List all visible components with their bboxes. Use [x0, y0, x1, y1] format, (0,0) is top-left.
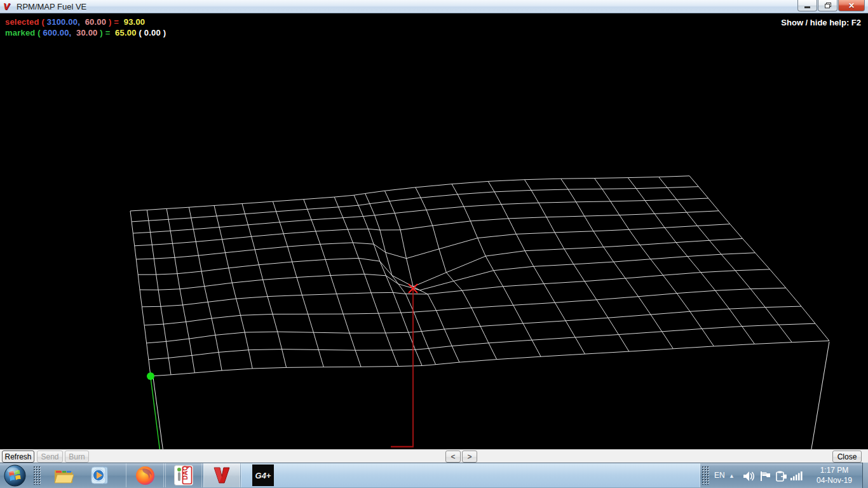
window-title: RPM/MAP Fuel VE — [17, 2, 86, 11]
readout-segment: 93.00 — [119, 17, 145, 27]
mesh-line — [628, 178, 754, 344]
next-table-button[interactable]: > — [462, 451, 477, 463]
taskbar-clock[interactable]: 1:17 PM 04-Nov-19 — [806, 465, 863, 485]
minimize-button[interactable] — [797, 0, 817, 11]
mesh-line — [488, 181, 585, 354]
readout-segment: ( 0.00 ) — [137, 28, 166, 37]
mesh-line — [147, 306, 801, 343]
minimize-icon — [804, 6, 810, 8]
refresh-button[interactable]: Refresh — [2, 451, 34, 463]
network-tray-button[interactable] — [790, 471, 803, 482]
readout-segment: = — [105, 28, 111, 37]
taskbar-item-idaq[interactable]: DAQ — [165, 463, 202, 487]
taskbar-item-media-player[interactable] — [89, 464, 111, 486]
readout-segment: 30.00 — [71, 28, 97, 37]
help-hint: Show / hide help: F2 — [781, 18, 861, 27]
readout-segment: = — [114, 17, 119, 27]
window-titlebar[interactable]: V RPM/MAP Fuel VE ✕ — [0, 0, 868, 13]
mesh-line — [304, 200, 361, 367]
mesh-line — [214, 206, 252, 369]
mesh-line — [561, 179, 674, 349]
mesh-line — [130, 211, 151, 376]
readout-segment: ) — [98, 28, 105, 37]
drop-line — [811, 342, 829, 449]
show-hidden-icons-button[interactable]: ▲ — [729, 473, 735, 479]
drop-line — [151, 377, 160, 449]
mesh-line — [242, 204, 287, 368]
burn-button[interactable]: Burn — [65, 451, 89, 463]
readout-segment: 60.00 — [80, 17, 106, 27]
mesh-line — [689, 176, 829, 341]
taskbar-item-g4-window[interactable]: G4+ — [241, 463, 700, 487]
clock-time: 1:17 PM — [806, 465, 863, 475]
svg-text:G4+: G4+ — [255, 471, 271, 480]
vts-v-icon — [212, 465, 232, 485]
taskbar-item-firefox[interactable] — [126, 463, 164, 487]
folder-icon — [53, 466, 74, 484]
mesh-line — [273, 201, 323, 367]
media-player-icon — [90, 466, 110, 485]
marked-cell-dot[interactable] — [147, 372, 154, 380]
taskbar-grip[interactable] — [33, 466, 41, 485]
mesh-line — [138, 239, 742, 287]
ve-table-3d-view[interactable]: selected ( 3100.00, 60.00 ) = 93.00 mark… — [0, 13, 868, 449]
mesh-line — [166, 208, 194, 372]
mesh-line — [147, 210, 171, 374]
readout-segment: marked — [5, 28, 35, 37]
restore-button[interactable] — [818, 0, 837, 11]
restore-icon — [825, 4, 830, 8]
windows-logo-icon — [4, 464, 26, 487]
signal-bars-icon — [790, 471, 803, 481]
marked-cell-readout: marked ( 600.00, 30.00 ) = 65.00 ( 0.00 … — [5, 28, 166, 37]
selected-cell-readout: selected ( 3100.00, 60.00 ) = 93.00 — [5, 17, 145, 27]
flag-icon — [760, 471, 771, 482]
send-button[interactable]: Send — [37, 451, 63, 463]
readout-segment: ( — [35, 28, 43, 37]
idaq-icon: DAQ — [174, 465, 193, 485]
mesh-line — [140, 253, 755, 290]
mesh-line — [365, 194, 436, 365]
start-button[interactable] — [4, 464, 26, 487]
volume-tray-button[interactable] — [743, 471, 756, 482]
show-desktop-button[interactable] — [862, 463, 868, 488]
prev-table-button[interactable]: < — [445, 451, 461, 463]
close-view-button[interactable]: Close — [832, 451, 862, 463]
mesh-line — [142, 269, 770, 307]
readout-segment: 600.00, — [43, 28, 72, 37]
close-icon: ✕ — [848, 1, 855, 10]
safely-remove-hardware-button[interactable] — [775, 471, 788, 482]
mesh-line — [659, 177, 792, 342]
readout-segment: selected — [5, 17, 39, 27]
fuel-ve-wireframe-surface[interactable] — [0, 13, 868, 449]
readout-segment: ( — [39, 17, 47, 27]
mesh-line — [144, 288, 786, 325]
mesh-line — [189, 207, 222, 370]
window-bottom-bar: Refresh Send Burn < > Close — [0, 449, 868, 463]
readout-segment: 3100.00, — [47, 17, 80, 27]
firefox-icon — [135, 466, 155, 485]
readout-segment: ) — [106, 17, 114, 27]
mesh-line — [384, 191, 459, 362]
tray-grip[interactable] — [702, 466, 709, 485]
speaker-icon — [743, 471, 756, 482]
language-indicator[interactable]: EN — [714, 471, 725, 480]
mesh-line — [416, 187, 497, 360]
taskbar-item-vts-active[interactable] — [203, 463, 240, 487]
action-center-button[interactable] — [760, 471, 773, 482]
g4-plus-icon: G4+ — [252, 464, 274, 486]
readout-segment: 65.00 — [111, 28, 137, 37]
taskbar-item-explorer[interactable] — [53, 464, 74, 486]
clock-date: 04-Nov-19 — [806, 475, 863, 485]
app-logo-icon: V — [3, 1, 13, 11]
svg-text:DAQ: DAQ — [182, 466, 189, 480]
usb-plug-icon — [775, 471, 787, 482]
close-window-button[interactable]: ✕ — [838, 0, 865, 11]
